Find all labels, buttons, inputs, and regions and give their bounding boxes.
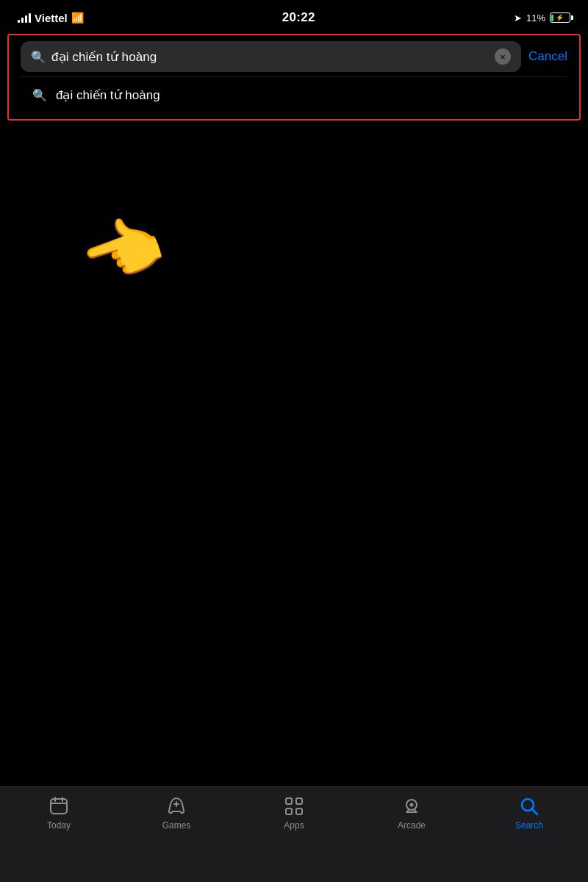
today-icon — [49, 796, 69, 817]
svg-rect-0 — [51, 799, 67, 814]
battery-icon: ⚡ — [550, 12, 570, 23]
signal-bars-icon — [18, 12, 31, 23]
svg-rect-6 — [286, 798, 292, 804]
battery-percent: 11% — [526, 12, 545, 24]
status-time: 20:22 — [282, 10, 315, 25]
arcade-icon — [401, 796, 422, 817]
search-bar-row: 🔍 đại chiến tứ hoàng × Cancel — [21, 41, 567, 72]
status-bar: Viettel 📶 20:22 ➤ 11% ⚡ — [0, 0, 588, 32]
tab-bar: Today Games Apps Arcade — [0, 786, 588, 882]
carrier-label: Viettel — [35, 12, 68, 24]
status-left: Viettel 📶 — [18, 12, 84, 24]
tab-label-arcade: Arcade — [398, 820, 426, 831]
suggestion-text: đại chiến tứ hoàng — [56, 87, 160, 103]
status-right: ➤ 11% ⚡ — [514, 12, 570, 24]
games-icon — [166, 796, 187, 817]
svg-rect-9 — [296, 808, 302, 814]
tab-label-search: Search — [515, 820, 543, 831]
pointer-emoji-area: 👈 — [81, 213, 163, 290]
search-input-value[interactable]: đại chiến tứ hoàng — [51, 49, 489, 65]
apps-icon — [284, 796, 304, 817]
search-tab-icon — [519, 796, 539, 817]
wifi-icon: 📶 — [71, 12, 84, 24]
svg-point-14 — [410, 803, 414, 807]
tab-item-apps[interactable]: Apps — [235, 796, 353, 831]
tab-item-games[interactable]: Games — [118, 796, 235, 831]
tab-item-search[interactable]: Search — [470, 796, 588, 831]
tab-item-today[interactable]: Today — [0, 796, 118, 831]
svg-line-16 — [532, 809, 537, 814]
pointer-emoji: 👈 — [70, 201, 173, 302]
svg-rect-7 — [296, 798, 302, 804]
location-icon: ➤ — [514, 12, 522, 24]
tab-label-games: Games — [162, 820, 191, 831]
clear-icon: × — [500, 51, 506, 62]
search-area-container: 🔍 đại chiến tứ hoàng × Cancel 🔍 đại chiế… — [7, 34, 581, 121]
clear-button[interactable]: × — [495, 49, 511, 65]
tab-label-apps: Apps — [284, 820, 304, 831]
suggestion-row[interactable]: 🔍 đại chiến tứ hoàng — [21, 76, 567, 113]
svg-rect-8 — [286, 808, 292, 814]
suggestion-search-icon: 🔍 — [32, 88, 47, 102]
tab-item-arcade[interactable]: Arcade — [353, 796, 470, 831]
cancel-button[interactable]: Cancel — [528, 49, 567, 64]
search-input-box[interactable]: 🔍 đại chiến tứ hoàng × — [21, 41, 521, 72]
tab-label-today: Today — [47, 820, 71, 831]
search-icon: 🔍 — [31, 50, 46, 64]
